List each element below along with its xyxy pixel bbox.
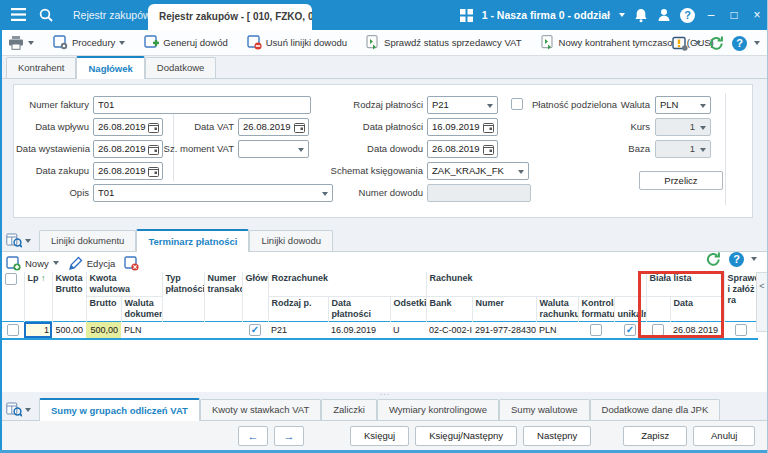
table-row[interactable]: 1 500,00 500,00 PLN ✓ P21 16.09.2019 U 0…	[2, 322, 758, 339]
numer-faktury-field[interactable]: T01	[93, 96, 311, 114]
data-zakupu-field[interactable]: 26.08.2019	[93, 162, 163, 180]
chevron-down-icon[interactable]	[298, 148, 304, 152]
calendar-icon[interactable]	[483, 122, 494, 133]
chevron-down-icon[interactable]	[487, 104, 493, 108]
data-platnosci-field[interactable]: 16.09.2019	[427, 118, 498, 136]
cell-biala-lista-data[interactable]: 26.08.2019	[670, 322, 724, 339]
search-icon[interactable]	[39, 8, 53, 22]
maximize-button[interactable]: □	[727, 0, 741, 30]
colgroup-rachunek[interactable]: Rachunek	[426, 272, 646, 297]
schemat-ksiegowania-field[interactable]: ZAK_KRAJK_FK	[427, 162, 529, 180]
col-kw-waluta[interactable]: Waluta dokumen	[121, 297, 162, 322]
cell-numer-transakcji[interactable]	[204, 322, 242, 339]
col-kwota-brutto[interactable]: Kwota Brutto	[52, 272, 86, 322]
data-vat-field[interactable]: 26.08.2019	[238, 118, 309, 136]
col-kontrola-formatu[interactable]: Kontrola formatu	[578, 297, 614, 322]
rodzaj-platnosci-field[interactable]: P21	[427, 96, 498, 114]
cell-kontrola-formatu[interactable]	[578, 322, 614, 339]
usun-linijki-button[interactable]: Usuń linijki dowodu	[247, 35, 347, 50]
minimize-button[interactable]: –	[704, 0, 718, 30]
refresh-icon[interactable]	[705, 251, 722, 267]
calendar-icon[interactable]	[294, 122, 305, 133]
platnosc-podzielona-checkbox[interactable]	[511, 98, 523, 110]
col-typ-platnosci[interactable]: Typ płatności	[162, 272, 204, 322]
cell-bank[interactable]: 02-C-002-I	[426, 322, 472, 339]
tab-wymiary-kontrolingowe[interactable]: Wymiary kontrolingowe	[377, 399, 499, 420]
cell-kw-brutto[interactable]: 500,00	[86, 322, 121, 339]
nastepny-button[interactable]: Następny	[523, 426, 591, 446]
next-arrow-button[interactable]: →	[274, 426, 304, 446]
cell-odsetki[interactable]: U	[390, 322, 426, 339]
col-odsetki[interactable]: Odsetki	[390, 297, 426, 322]
tab-linijki-dokumentu[interactable]: Linijki dokumentu	[39, 230, 136, 251]
tab-sumy-w-grupach[interactable]: Sumy w grupach odliczeń VAT	[39, 398, 200, 421]
usun-row-button[interactable]	[124, 256, 139, 271]
previous-button[interactable]: ←	[238, 426, 268, 446]
col-biala-lista-data[interactable]: Data	[670, 297, 724, 322]
menu-icon[interactable]	[11, 8, 26, 21]
row-checkbox[interactable]	[7, 324, 19, 336]
col-kw-brutto[interactable]: Brutto	[86, 297, 121, 322]
col-unikalne[interactable]: unikalne	[614, 297, 646, 322]
colgroup-kwota-walutowa[interactable]: Kwota walutowa	[86, 272, 162, 297]
close-button[interactable]: ×	[750, 0, 764, 30]
col-data-platnosci[interactable]: Data płatności	[328, 297, 390, 322]
cell-kwota-brutto[interactable]: 500,00	[52, 322, 86, 339]
print-button[interactable]	[8, 36, 34, 50]
generuj-dowod-button[interactable]: Generuj dowód	[144, 35, 227, 50]
sprawdz-checkbox[interactable]	[735, 324, 747, 336]
chevron-down-icon[interactable]	[700, 104, 706, 108]
col-waluta-rachunku[interactable]: Waluta rachunku	[536, 297, 578, 322]
cell-rodzaj-p[interactable]: P21	[268, 322, 328, 339]
colgroup-rozrachunek[interactable]: Rozrachunek	[268, 272, 426, 297]
anuluj-button[interactable]: Anuluj	[693, 426, 755, 446]
tab-kontrahent[interactable]: Kontrahent	[6, 57, 76, 78]
sort-asc-icon[interactable]: ↑	[41, 273, 46, 283]
module-label[interactable]: Rejestr zakupów	[73, 0, 151, 30]
procedury-button[interactable]: Procedury	[53, 35, 125, 50]
biala-lista-checkbox[interactable]	[652, 324, 664, 336]
alert-settings-icon[interactable]	[672, 36, 688, 51]
chevron-down-icon[interactable]	[695, 41, 701, 45]
colgroup-biala-lista[interactable]: Biała lista	[646, 272, 724, 297]
tab-kwoty-w-stawkach[interactable]: Kwoty w stawkach VAT	[200, 399, 321, 420]
ksieguj-button[interactable]: Księguj	[350, 426, 409, 446]
cell-sprawdz[interactable]	[724, 322, 758, 339]
data-dowodu-field[interactable]: 26.08.2019	[427, 140, 498, 158]
company-selector[interactable]: 1 - Nasza firma 0 - oddział	[482, 9, 610, 21]
sprawdz-status-button[interactable]: Sprawdź status sprzedawcy VAT	[366, 35, 521, 50]
zapisz-button[interactable]: Zapisz	[623, 426, 687, 446]
chevron-down-icon[interactable]	[518, 170, 524, 174]
tab-linijki-dowodu[interactable]: Linijki dowodu	[249, 230, 333, 251]
unikalne-checkbox[interactable]: ✓	[624, 324, 636, 336]
user-icon[interactable]	[657, 8, 671, 22]
opis-field[interactable]: T01	[93, 184, 333, 202]
notification-bell-icon[interactable]	[634, 8, 648, 23]
col-biala-lista-check[interactable]	[646, 297, 670, 322]
col-glowny[interactable]: Główny	[242, 272, 268, 322]
help-icon[interactable]: ?	[729, 252, 744, 267]
chevron-down-icon[interactable]	[619, 13, 625, 17]
kontrola-formatu-checkbox[interactable]	[590, 324, 602, 336]
apps-grid-icon[interactable]	[460, 9, 473, 22]
waluta-field[interactable]: PLN	[655, 96, 711, 114]
cell-typ-platnosci[interactable]	[162, 322, 204, 339]
tab-dodatkowe[interactable]: Dodatkowe	[145, 57, 217, 78]
edycja-button[interactable]: Edycja	[68, 256, 116, 271]
cell-unikalne[interactable]: ✓	[614, 322, 646, 339]
chevron-down-icon[interactable]	[754, 41, 760, 45]
cell-biala-lista-check[interactable]	[646, 322, 670, 339]
cell-glowny[interactable]: ✓	[242, 322, 268, 339]
chevron-down-icon[interactable]	[751, 257, 757, 261]
col-lp[interactable]: Lp ↑	[24, 272, 52, 322]
calendar-icon[interactable]	[148, 166, 159, 177]
select-all-checkbox[interactable]	[5, 273, 17, 285]
col-rodzaj-p[interactable]: Rodzaj p.	[268, 297, 328, 322]
tab-naglowek[interactable]: Nagłówek	[76, 56, 144, 79]
refresh-icon[interactable]	[708, 35, 725, 51]
help-menu-icon[interactable]: ?	[732, 36, 747, 51]
tab-dodatkowe-dane-jpk[interactable]: Dodatkowe dane dla JPK	[590, 399, 721, 420]
sz-moment-vat-field[interactable]	[238, 140, 309, 158]
document-tab[interactable]: Rejestr zakupów - [ 010, FZKO, 0 ] -	[148, 4, 312, 30]
col-numer[interactable]: Numer	[472, 297, 536, 322]
